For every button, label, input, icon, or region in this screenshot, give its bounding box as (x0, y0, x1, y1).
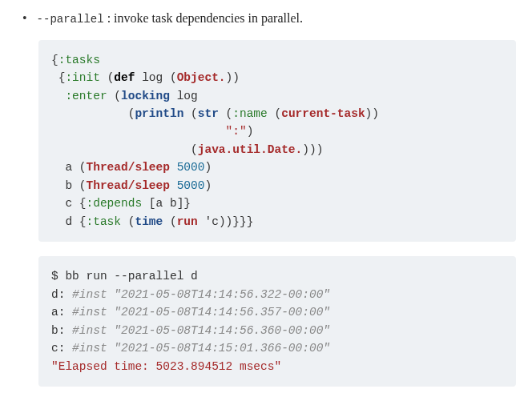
out-c-timestamp: #inst "2021-05-08T14:15:01.366-00:00" (72, 342, 330, 355)
parallel-flag-bullet: • --parallel : invoke task dependencies … (22, 8, 516, 29)
flag-description: : invoke task dependencies in parallel. (107, 11, 303, 25)
sleep-5000-b: 5000 (177, 179, 205, 192)
shell-output-block: $ bb run --parallel d d: #inst "2021-05-… (38, 256, 516, 387)
thread-sleep-a: Thread/sleep (87, 161, 170, 174)
run-fn: run (177, 215, 198, 228)
task-keyword: :task (87, 215, 122, 228)
out-d-timestamp: #inst "2021-05-08T14:14:56.322-00:00" (72, 288, 330, 301)
out-c-label: c: (51, 342, 65, 355)
shell-prompt: $ (51, 270, 58, 283)
task-a: a (65, 161, 72, 174)
time-fn: time (135, 215, 163, 228)
clojure-code-block: {:tasks {:init (def log (Object.)) :ente… (38, 40, 516, 243)
def-symbol: def (114, 71, 135, 84)
bullet-content: --parallel : invoke task dependencies in… (37, 8, 303, 29)
out-b-label: b: (51, 324, 65, 337)
log-ref: log (177, 90, 198, 102)
str-fn: str (198, 107, 219, 120)
date-class: java.util.Date. (198, 143, 303, 156)
println-fn: println (135, 107, 183, 120)
object-class: Object. (177, 71, 226, 84)
shell-command: bb run --parallel d (65, 270, 197, 283)
tasks-keyword: :tasks (58, 54, 100, 66)
task-c: c (65, 197, 72, 210)
bullet-marker: • (22, 8, 27, 29)
locking-fn: locking (121, 90, 170, 102)
current-task-fn: current-task (281, 107, 365, 120)
task-d: d (65, 215, 72, 228)
name-keyword: :name (232, 107, 268, 120)
sleep-5000-a: 5000 (177, 161, 205, 174)
out-a-timestamp: #inst "2021-05-08T14:14:56.357-00:00" (72, 306, 330, 319)
init-keyword: :init (65, 71, 100, 84)
colon-string: ":" (226, 125, 247, 138)
thread-sleep-b: Thread/sleep (87, 179, 170, 192)
out-a-label: a: (51, 306, 65, 319)
log-symbol: log (142, 71, 163, 84)
elapsed-time: "Elapsed time: 5023.894512 msecs" (51, 360, 281, 373)
depends-keyword: :depends (87, 197, 143, 210)
enter-keyword: :enter (65, 90, 107, 102)
flag-code: --parallel (37, 13, 104, 26)
task-b: b (65, 179, 72, 192)
depends-vector: [a b] (149, 197, 184, 210)
quoted-c: 'c (204, 215, 218, 228)
out-b-timestamp: #inst "2021-05-08T14:14:56.360-00:00" (72, 324, 330, 337)
out-d-label: d: (51, 288, 65, 301)
